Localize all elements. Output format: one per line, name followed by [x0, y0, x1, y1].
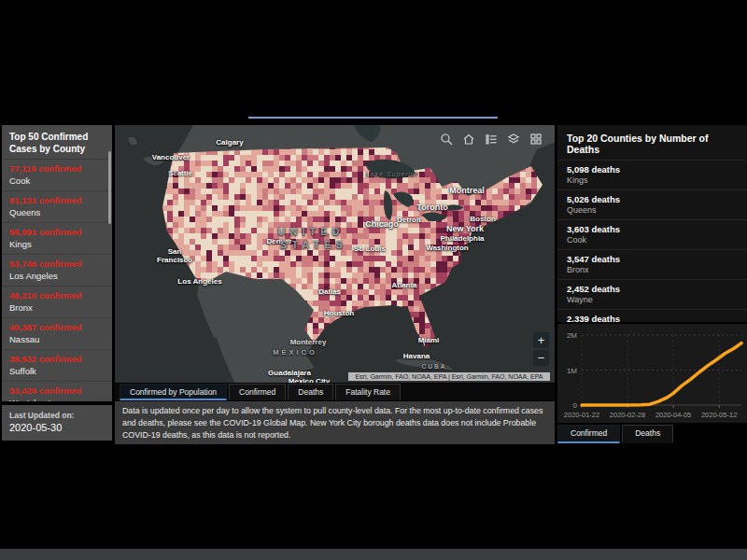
header-divider	[248, 117, 498, 119]
county-name: Cook	[9, 175, 105, 186]
deaths-list: 5,098 deaths Kings 5,026 deaths Queens 3…	[557, 160, 747, 322]
confirmed-list-item[interactable]: 46,210 confirmed Bronx	[2, 286, 112, 317]
confirmed-count: 46,210 confirmed	[9, 290, 105, 301]
confirmed-count: 40,387 confirmed	[9, 322, 105, 332]
confirmed-list: 77,119 confirmed Cook 61,131 confirmed Q…	[2, 159, 112, 401]
county-name: Nassau	[9, 334, 105, 344]
scrollbar-thumb[interactable]	[108, 151, 111, 224]
confirmed-count: 39,532 confirmed	[9, 354, 105, 364]
map-label: Miami	[418, 336, 440, 344]
map-label: Boston	[470, 215, 496, 223]
last-updated-label: Last Updated on:	[9, 411, 105, 420]
map-tab-bar: Confirmed by Population Confirmed Deaths…	[115, 384, 555, 400]
map-label: San Francisco	[152, 247, 197, 264]
map-label: STATES	[280, 239, 347, 250]
deaths-count: 3,603 deaths	[567, 224, 738, 234]
deaths-list-item[interactable]: 2,452 deaths Wayne	[557, 279, 747, 309]
svg-text:0: 0	[573, 401, 578, 410]
confirmed-count: 53,746 confirmed	[9, 259, 105, 269]
county-name: Bronx	[9, 302, 105, 313]
svg-text:2020-05-12: 2020-05-12	[701, 411, 737, 419]
chart-tab-bar: Confirmed Deaths	[557, 425, 673, 443]
map-label: New York	[446, 224, 484, 233]
map-label: Detroit	[397, 216, 421, 224]
confirmed-list-item[interactable]: 33,429 confirmed Westchester	[2, 381, 112, 401]
chart-tab[interactable]: Deaths	[622, 425, 673, 443]
map-label: Havana	[403, 352, 430, 360]
last-updated-panel: Last Updated on: 2020-05-30	[2, 405, 112, 441]
deaths-count: 3,547 deaths	[567, 254, 738, 264]
svg-text:2020-01-22: 2020-01-22	[564, 411, 599, 419]
county-name: Queens	[567, 205, 738, 215]
confirmed-list-item[interactable]: 55,091 confirmed Kings	[2, 222, 112, 254]
county-name: Westchester	[9, 398, 105, 401]
map-column: Calgary Vancouver Seattle Montreal Toron…	[115, 125, 555, 444]
map-label: MÉXICO	[273, 348, 317, 357]
zoom-out-button[interactable]: −	[533, 350, 549, 366]
county-name: Queens	[9, 207, 105, 217]
county-name: Bronx	[567, 265, 738, 274]
top-confirmed-title: Top 50 Confirmed Cases by County	[2, 125, 112, 159]
confirmed-count: 33,429 confirmed	[9, 385, 105, 396]
trend-chart-panel[interactable]: 01M2M2020-01-222020-02-282020-04-052020-…	[557, 324, 747, 423]
layers-icon[interactable]	[506, 132, 521, 147]
map-attribution: Esri, Garmin, FAO, NOAA, EPA | Esri, Gar…	[348, 372, 550, 381]
legend-icon[interactable]	[484, 132, 499, 147]
global-map-link[interactable]: COVID-19 Global Map	[223, 418, 305, 427]
confirmed-list-item[interactable]: 39,532 confirmed Suffolk	[2, 349, 112, 381]
map-label: Monterrey	[290, 338, 327, 346]
svg-text:1M: 1M	[567, 367, 577, 375]
map-tab[interactable]: Fatality Rate	[335, 384, 401, 400]
map-label: Los Angeles	[177, 277, 221, 286]
map-label: Philadelphia	[440, 234, 484, 243]
chart-tab[interactable]: Confirmed	[557, 425, 620, 443]
confirmed-list-item[interactable]: 77,119 confirmed Cook	[2, 159, 112, 190]
map-tab[interactable]: Confirmed	[229, 384, 286, 400]
map-tab[interactable]: Confirmed by Population	[120, 384, 227, 400]
map[interactable]: Calgary Vancouver Seattle Montreal Toron…	[115, 125, 555, 383]
confirmed-count: 55,091 confirmed	[9, 227, 105, 237]
description: Data is updated once per day to allow th…	[115, 401, 555, 444]
confirmed-list-item[interactable]: 61,131 confirmed Queens	[2, 190, 112, 222]
deaths-list-item[interactable]: 2,339 deaths Los Angeles	[557, 309, 747, 322]
basemap-icon[interactable]	[529, 132, 543, 147]
map-label: Montreal	[449, 186, 485, 195]
map-label: Toronto	[416, 203, 447, 212]
county-name: Kings	[567, 175, 738, 185]
map-label: Atlanta	[391, 281, 416, 289]
svg-text:2020-02-28: 2020-02-28	[610, 411, 645, 419]
confirmed-count: 77,119 confirmed	[9, 163, 105, 174]
search-icon[interactable]	[439, 132, 454, 147]
confirmed-count: 61,131 confirmed	[9, 195, 105, 205]
top-deaths-panel: Top 20 Counties by Number of Deaths 5,09…	[557, 125, 747, 322]
confirmed-list-item[interactable]: 53,746 confirmed Los Angeles	[2, 254, 112, 286]
map-toolbar	[439, 132, 543, 147]
map-label: Washington	[426, 244, 468, 252]
map-label: Mexico City	[289, 377, 330, 384]
covid-dashboard: Top 50 Confirmed Cases by County 77,119 …	[0, 0, 747, 560]
zoom-controls: + −	[533, 332, 549, 366]
deaths-list-item[interactable]: 5,098 deaths Kings	[557, 160, 747, 189]
map-label: Dallas	[318, 287, 341, 296]
svg-text:2020-04-05: 2020-04-05	[655, 411, 691, 419]
svg-text:2M: 2M	[567, 331, 577, 340]
map-label: Vancouver	[152, 153, 190, 161]
deaths-list-item[interactable]: 5,026 deaths Queens	[557, 189, 747, 219]
map-label: Chicago	[365, 219, 399, 229]
map-label: Seattle	[168, 169, 192, 177]
county-name: Suffolk	[9, 366, 105, 376]
map-tab[interactable]: Deaths	[288, 384, 333, 400]
map-label: Houston	[324, 309, 354, 317]
top-confirmed-panel: Top 50 Confirmed Cases by County 77,119 …	[2, 125, 112, 401]
confirmed-list-item[interactable]: 40,387 confirmed Nassau	[2, 317, 112, 349]
deaths-list-item[interactable]: 3,603 deaths Cook	[557, 219, 747, 249]
deaths-list-item[interactable]: 3,547 deaths Bronx	[557, 249, 747, 279]
map-label: Lake Superior	[366, 171, 419, 177]
county-name: Cook	[567, 235, 738, 245]
deaths-count: 2,452 deaths	[567, 284, 738, 294]
map-label: Guadalajara	[268, 369, 311, 377]
map-label: St. Louis	[354, 245, 386, 253]
map-label: CUBA	[422, 363, 447, 370]
home-icon[interactable]	[461, 132, 476, 147]
zoom-in-button[interactable]: +	[533, 332, 549, 348]
